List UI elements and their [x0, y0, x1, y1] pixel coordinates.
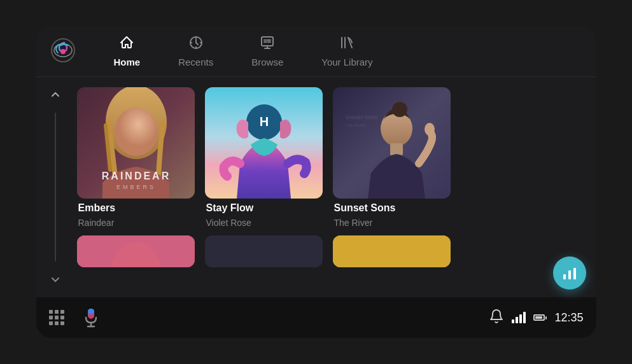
- card-subtitle-raindear: Raindear: [77, 218, 195, 228]
- nav-label-library: Your Library: [321, 57, 372, 67]
- app-logo: [49, 36, 80, 67]
- recents-icon: [188, 35, 204, 53]
- nav-label-recents: Recents: [178, 57, 213, 67]
- svg-rect-25: [333, 235, 451, 267]
- card-title-stayflow: Stay Flow: [205, 202, 323, 214]
- svg-rect-24: [205, 235, 323, 267]
- nav-item-home[interactable]: Home: [95, 27, 160, 75]
- grid-dot: [55, 321, 59, 325]
- bottom-bar: 12:35: [36, 297, 596, 338]
- svg-text:SUNSET SONS: SUNSET SONS: [346, 115, 377, 120]
- svg-rect-4: [262, 37, 273, 46]
- notification-button[interactable]: [489, 309, 504, 326]
- time-display: 12:35: [554, 311, 583, 325]
- grid-dot: [60, 316, 64, 319]
- card-subtitle-stayflow: Violet Rose: [205, 218, 323, 228]
- grid-dot: [55, 316, 59, 319]
- svg-text:THE RIVER: THE RIVER: [346, 123, 367, 127]
- svg-point-9: [115, 108, 158, 156]
- nav-item-library[interactable]: Your Library: [302, 27, 391, 75]
- svg-text:EMBERS: EMBERS: [116, 184, 155, 190]
- microphone-button[interactable]: [80, 306, 102, 329]
- browse-icon: [260, 35, 275, 53]
- now-playing-fab[interactable]: [553, 256, 586, 290]
- scroll-up-button[interactable]: [45, 85, 66, 105]
- partial-card-1[interactable]: [77, 235, 195, 267]
- signal-bar-2: [516, 317, 518, 323]
- cards-area: RAINDEAR EMBERS Embers Raindear: [74, 77, 596, 297]
- grid-dot: [49, 316, 53, 319]
- card-subtitle-sunsetSons: The River: [333, 218, 451, 228]
- grid-dot: [49, 310, 53, 314]
- nav-bar: Home Recents: [36, 26, 596, 77]
- card-image-stayflow: H: [205, 87, 323, 199]
- svg-point-2: [60, 49, 66, 54]
- grid-dot: [60, 310, 64, 314]
- home-icon: [119, 35, 134, 53]
- grid-dot: [60, 321, 64, 325]
- card-raindear[interactable]: RAINDEAR EMBERS Embers Raindear: [77, 87, 195, 228]
- nav-label-home: Home: [114, 57, 141, 67]
- partial-card-2[interactable]: [205, 235, 323, 267]
- svg-point-21: [425, 123, 435, 136]
- signal-indicator: [512, 312, 526, 323]
- svg-rect-28: [573, 268, 576, 279]
- svg-text:RAINDEAR: RAINDEAR: [101, 171, 170, 181]
- card-image-sunsetSons: SUNSET SONS THE RIVER: [333, 87, 451, 199]
- nav-label-browse: Browse: [251, 57, 283, 67]
- signal-bar-4: [523, 312, 526, 323]
- svg-point-19: [392, 102, 407, 117]
- svg-rect-30: [88, 309, 94, 314]
- scroll-track: [55, 113, 56, 262]
- battery-indicator: [533, 314, 547, 321]
- scroll-down-button[interactable]: [45, 269, 66, 290]
- main-content: RAINDEAR EMBERS Embers Raindear: [36, 77, 596, 297]
- card-title-raindear: Embers: [77, 202, 195, 214]
- bottom-right: 12:35: [489, 309, 583, 326]
- signal-bar-3: [519, 314, 522, 323]
- svg-text:H: H: [259, 115, 268, 129]
- nav-item-browse[interactable]: Browse: [232, 27, 302, 75]
- album-art-raindear: RAINDEAR EMBERS: [77, 87, 195, 199]
- card-sunsetSons[interactable]: SUNSET SONS THE RIVER: [333, 87, 451, 228]
- partial-card-3[interactable]: [333, 235, 451, 267]
- apps-grid-button[interactable]: [49, 310, 64, 325]
- library-icon: [339, 35, 355, 53]
- grid-dot: [49, 321, 53, 325]
- grid-dot: [55, 310, 59, 314]
- svg-rect-26: [563, 274, 566, 279]
- card-stayflow[interactable]: H Stay Flow: [205, 87, 323, 228]
- cards-row-partial: [74, 235, 586, 267]
- card-image-raindear: RAINDEAR EMBERS: [77, 87, 195, 199]
- nav-items: Home Recents: [95, 27, 584, 75]
- sidebar: [36, 77, 74, 297]
- cards-row-main: RAINDEAR EMBERS Embers Raindear: [74, 87, 586, 228]
- signal-bar-1: [512, 319, 514, 323]
- card-title-sunsetSons: Sunset Sons: [333, 202, 451, 214]
- nav-item-recents[interactable]: Recents: [159, 27, 232, 75]
- car-screen: Home Recents: [36, 26, 596, 338]
- svg-rect-27: [568, 270, 571, 279]
